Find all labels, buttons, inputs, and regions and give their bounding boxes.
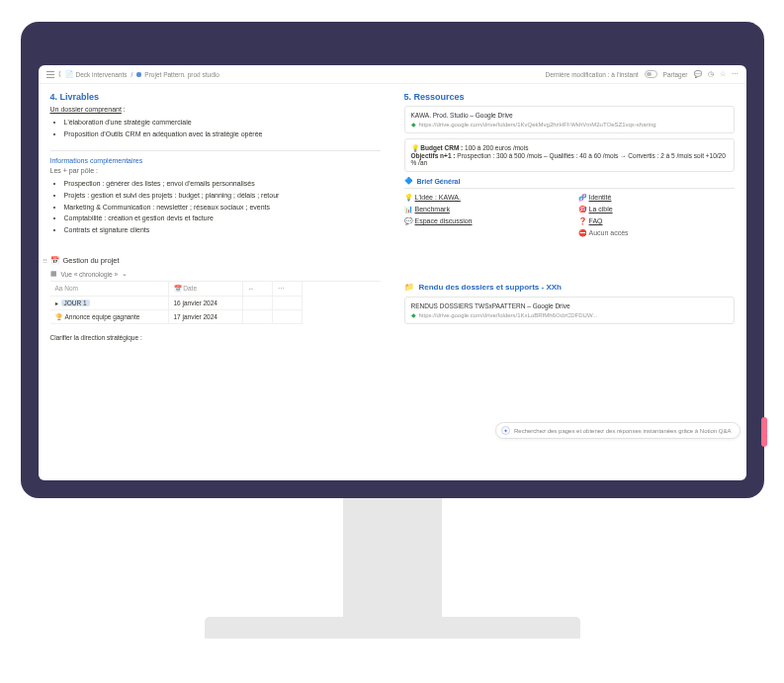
brief-links: 💡L'idée : KAWA. 🧬Identité 📊Benchmark 🎯La… xyxy=(404,194,735,237)
chevron-down-icon[interactable]: ⌄ xyxy=(122,270,128,278)
diamond-icon: 🔷 xyxy=(404,177,413,185)
calendar-icon: 📅 xyxy=(50,256,59,265)
ressources-heading: 5. Ressources xyxy=(404,92,735,102)
view-name[interactable]: Vue « chronologie » xyxy=(61,271,119,278)
budget-card: 💡 Budget CRM : 100 à 200 euros /mois Obj… xyxy=(404,138,735,172)
no-access: ⛔Aucun accès xyxy=(578,229,735,237)
list-item: Projets : gestion et suivi des projets :… xyxy=(64,190,381,202)
link-discussion[interactable]: 💬Espace discussion xyxy=(404,217,561,225)
list-item: Marketing & Communication : newsletter ;… xyxy=(64,202,381,213)
link-identite[interactable]: 🧬Identité xyxy=(578,194,735,202)
comment-icon[interactable]: 💬 xyxy=(694,70,702,78)
livrables-heading: 4. Livrables xyxy=(50,92,381,102)
list-item: Comptabilité : création et gestion devis… xyxy=(64,213,381,224)
drive-card-1[interactable]: KAWA. Prod. Studio – Google Drive ◆https… xyxy=(404,106,735,133)
topbar: 📄Deck intervenants / Projet Pattern. pro… xyxy=(39,65,746,84)
info-list: Prospection : générer des listes ; envoi… xyxy=(50,178,381,236)
table-row[interactable]: 🏆Annonce équipe gagnante 17 janvier 2024 xyxy=(50,310,381,324)
link-cible[interactable]: 🎯La cible xyxy=(578,206,735,213)
table-row[interactable]: ▸JOUR 1 16 janvier 2024 xyxy=(50,297,381,310)
drive-icon: ◆ xyxy=(411,122,416,128)
list-item: Prospection : générer des listes ; envoi… xyxy=(64,178,381,190)
notion-qa-pill[interactable]: ✦ Recherchez des pages et obtenez des ré… xyxy=(495,422,740,439)
expand-icon[interactable]: ▸ xyxy=(55,299,58,306)
clock-icon[interactable]: ◷ xyxy=(708,70,714,78)
lightbulb-icon: 💡 xyxy=(411,144,419,151)
project-table: Aa Nom 📅 Date ↔ ⋯ ▸JOUR 1 16 janvier 202… xyxy=(50,281,381,324)
breadcrumb-1[interactable]: 📄Deck intervenants xyxy=(65,70,128,78)
breadcrumb-2[interactable]: Projet Pattern. prod studio xyxy=(136,71,219,78)
project-page-title[interactable]: 📅 Gestion du projet xyxy=(50,256,381,265)
drag-handle[interactable]: + ⠿ xyxy=(39,258,47,266)
drive-card-2[interactable]: RENDUS DOSSIERS TWSxPAATTERN – Google Dr… xyxy=(404,297,735,324)
list-item: Proposition d'Outils CRM en adéquation a… xyxy=(64,128,381,140)
folder-icon: 📁 xyxy=(404,283,414,292)
share-button[interactable]: Partager xyxy=(663,71,688,78)
link-faq[interactable]: ❓FAQ xyxy=(578,217,735,225)
brief-heading[interactable]: 🔷 Brief Général xyxy=(404,177,735,189)
list-item: Contrats et signature clients xyxy=(64,224,381,236)
col-date[interactable]: 📅 Date xyxy=(169,282,243,297)
rendu-heading[interactable]: 📁 Rendu des dossiers et supports - XXh xyxy=(404,283,735,292)
info-heading: Informations complémentaires xyxy=(50,157,381,164)
dossier-line: Un dossier comprenant : xyxy=(50,106,381,113)
col-name[interactable]: Aa Nom xyxy=(50,282,169,297)
col-extra[interactable]: ↔ xyxy=(243,282,273,297)
table-icon: ▦ xyxy=(50,270,57,278)
menu-icon[interactable] xyxy=(46,71,54,78)
last-modified: Dernière modification : à l'instant xyxy=(545,71,638,78)
link-idee[interactable]: 💡L'idée : KAWA. xyxy=(404,194,561,202)
more-icon[interactable]: ⋯ xyxy=(732,70,739,78)
list-item: L'élaboration d'une stratégie commercial… xyxy=(64,117,381,128)
plus-label: Les + par pôle : xyxy=(50,167,381,174)
sparkle-icon: ✦ xyxy=(501,426,510,435)
livrables-list: L'élaboration d'une stratégie commercial… xyxy=(50,117,381,140)
link-benchmark[interactable]: 📊Benchmark xyxy=(404,206,561,213)
col-more[interactable]: ⋯ xyxy=(273,282,303,297)
drive-icon: ◆ xyxy=(411,312,416,318)
star-icon[interactable]: ☆ xyxy=(720,70,726,78)
trophy-icon: 🏆 xyxy=(55,313,62,320)
back-icon[interactable] xyxy=(58,70,61,78)
clarify-text: Clarifier la direction stratégique : xyxy=(50,334,381,341)
toggle[interactable] xyxy=(645,70,657,78)
